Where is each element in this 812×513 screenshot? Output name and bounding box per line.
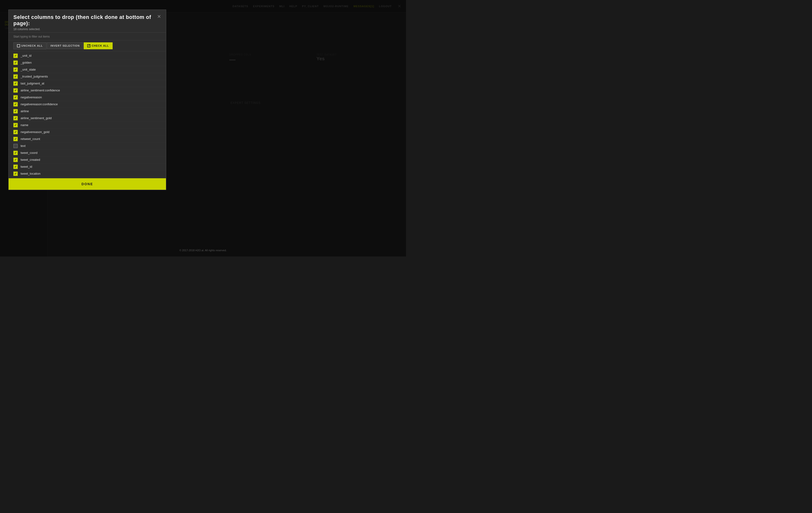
done-button[interactable]: DONE: [9, 178, 166, 190]
column-checkbox: ✓: [13, 60, 18, 65]
filter-placeholder-text: Start typing to filter out items: [13, 35, 50, 38]
list-item[interactable]: ✓tweet_id: [9, 163, 166, 170]
column-checkbox: ✓: [13, 88, 18, 92]
column-checkbox: ✓: [13, 109, 18, 113]
list-item[interactable]: ✓airline: [9, 108, 166, 115]
column-name-text: negativereason_gold: [21, 130, 50, 134]
modal-header: Select columns to drop (then click done …: [9, 10, 166, 32]
column-name-text: retweet_count: [21, 137, 40, 141]
invert-label: INVERT SELECTION: [51, 44, 80, 47]
column-checkbox: [13, 144, 18, 148]
check-all-icon: [87, 44, 90, 47]
column-checkbox: ✓: [13, 171, 18, 176]
list-item[interactable]: ✓_golden: [9, 59, 166, 66]
column-checkbox: ✓: [13, 68, 18, 72]
column-checkbox: ✓: [13, 165, 18, 169]
column-name-text: tweet_created: [21, 158, 40, 162]
modal-title: Select columns to drop (then click done …: [13, 14, 161, 27]
filter-area: Start typing to filter out items: [9, 32, 166, 40]
list-item[interactable]: text: [9, 143, 166, 150]
column-checkbox: ✓: [13, 54, 18, 58]
column-select-modal: ✕ Select columns to drop (then click don…: [8, 9, 166, 190]
column-checkbox: ✓: [13, 137, 18, 141]
uncheck-all-button[interactable]: UNCHECK ALL: [13, 42, 47, 49]
list-item[interactable]: ✓name: [9, 122, 166, 129]
list-item[interactable]: ✓tweet_created: [9, 157, 166, 163]
modal-subtitle: 18 columns selected.: [13, 28, 161, 31]
column-name-text: text: [21, 144, 26, 147]
column-name-text: _trusted_judgments: [21, 75, 48, 78]
uncheck-all-label: UNCHECK ALL: [21, 44, 43, 47]
close-button[interactable]: ✕: [155, 13, 163, 20]
column-name-text: last_judgment_at: [21, 82, 44, 85]
modal-footer: DONE: [9, 178, 166, 190]
check-all-label: CHECK ALL: [92, 44, 109, 47]
copyright-text: © 2017-2018 H2O.ai. All rights reserved.: [179, 249, 227, 252]
list-item[interactable]: ✓airline_sentiment_gold: [9, 115, 166, 122]
column-checkbox: ✓: [13, 130, 18, 134]
column-name-text: tweet_coord: [21, 151, 37, 155]
column-name-text: airline: [21, 109, 29, 113]
column-name-text: negativereason:confidence: [21, 102, 58, 106]
column-name-text: name: [21, 123, 28, 127]
column-name-text: _unit_id: [21, 54, 32, 57]
list-item[interactable]: ✓negativereason_gold: [9, 129, 166, 136]
list-item[interactable]: ✓negativereason:confidence: [9, 101, 166, 108]
column-checkbox: ✓: [13, 116, 18, 120]
column-checkbox: ✓: [13, 158, 18, 162]
column-checkbox: ✓: [13, 95, 18, 100]
column-checkbox: ✓: [13, 151, 18, 155]
column-name-text: _golden: [21, 61, 32, 64]
uncheck-icon: [17, 44, 20, 47]
list-item[interactable]: ✓_unit_state: [9, 66, 166, 73]
list-item[interactable]: ✓_trusted_judgments: [9, 73, 166, 80]
column-checkbox: ✓: [13, 123, 18, 127]
modal-overlay: ✕ Select columns to drop (then click don…: [0, 0, 406, 256]
column-name-text: negativereason: [21, 96, 42, 99]
column-list[interactable]: ✓_unit_id✓_golden✓_unit_state✓_trusted_j…: [9, 51, 166, 178]
list-item[interactable]: ✓negativereason: [9, 94, 166, 101]
check-all-button[interactable]: CHECK ALL: [84, 42, 112, 49]
column-name-text: _unit_state: [21, 68, 36, 71]
list-item[interactable]: ✓last_judgment_at: [9, 80, 166, 87]
column-name-text: airline_sentiment_gold: [21, 116, 52, 120]
column-checkbox: ✓: [13, 102, 18, 106]
column-checkbox: ✓: [13, 81, 18, 86]
invert-selection-button[interactable]: INVERT SELECTION: [47, 42, 83, 49]
column-name-text: airline_sentiment:confidence: [21, 88, 60, 92]
toolbar: UNCHECK ALL INVERT SELECTION CHECK ALL: [9, 40, 166, 51]
list-item[interactable]: ✓tweet_location: [9, 170, 166, 177]
list-item[interactable]: ✓airline_sentiment:confidence: [9, 87, 166, 94]
column-checkbox: ✓: [13, 74, 18, 79]
column-name-text: tweet_location: [21, 172, 40, 176]
list-item[interactable]: ✓retweet_count: [9, 136, 166, 143]
list-item[interactable]: ✓tweet_coord: [9, 150, 166, 157]
column-name-text: tweet_id: [21, 165, 32, 168]
list-item[interactable]: ✓_unit_id: [9, 52, 166, 59]
